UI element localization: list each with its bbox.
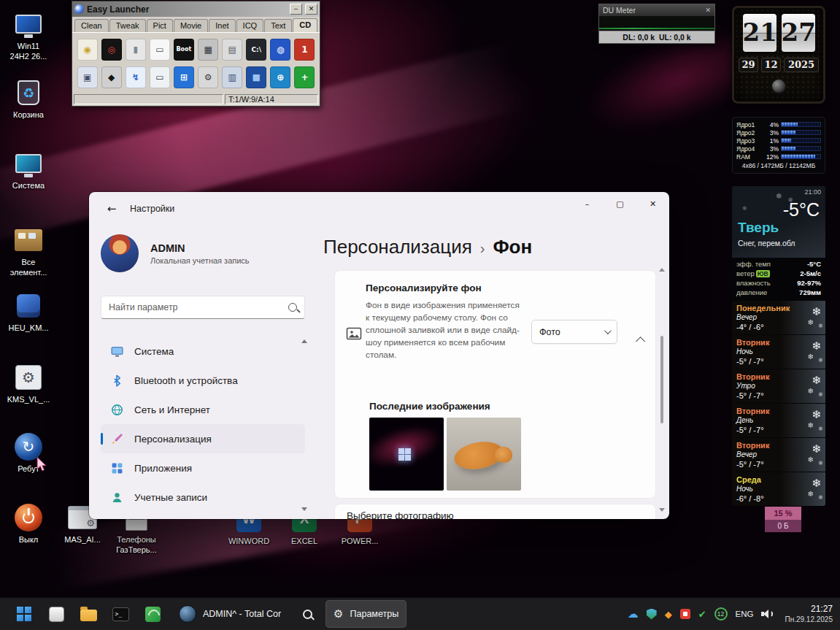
sidebar-item-accounts[interactable]: Учетные записи (101, 483, 305, 512)
du-meter-graph (599, 16, 714, 31)
launcher-tab-text[interactable]: Text (264, 19, 292, 32)
snowflake-icon (776, 192, 782, 200)
launcher-icon[interactable]: ◆ (101, 66, 122, 88)
launcher-icon[interactable]: ⊞ (174, 66, 194, 88)
sidebar-item-personalization[interactable]: Персонализация (101, 424, 305, 453)
desktop-icon-win11[interactable]: Win11 24H2 26... (3, 9, 54, 62)
launcher-icon[interactable]: ▤ (222, 39, 242, 61)
reboot-icon: ↻ (3, 431, 54, 462)
launcher-icon[interactable]: ⊕ (270, 66, 290, 88)
desktop-icon-kms-vl[interactable]: ⚙ KMS_VL_... (3, 362, 54, 405)
breadcrumb-parent[interactable]: Персонализация (323, 236, 472, 258)
launcher-tab-cd[interactable]: CD (293, 18, 317, 32)
snowflake-icon (742, 205, 747, 212)
taskbar-window-total-commander[interactable]: ADMIN^ - Total Cor (171, 600, 289, 628)
launcher-icon[interactable]: C:\ (246, 39, 266, 61)
clock-hours: 21 (743, 14, 777, 52)
nav-scroll-down-icon[interactable] (301, 507, 307, 511)
launcher-icon[interactable]: ▭ (150, 66, 170, 88)
desktop-icon-system[interactable]: Система (3, 148, 54, 191)
blue-cube-icon (3, 291, 54, 321)
launcher-tab-icq[interactable]: ICQ (236, 19, 264, 32)
desktop-icon-reboot[interactable]: ↻ Ребут (3, 431, 54, 475)
launcher-tab-clean[interactable]: Clean (74, 19, 109, 32)
terminal-icon (112, 607, 129, 621)
chevron-up-icon[interactable] (636, 337, 645, 346)
scrollbar-thumb[interactable] (660, 336, 663, 423)
close-icon[interactable]: ✕ (705, 7, 711, 14)
launcher-icon[interactable]: ◎ (101, 39, 122, 61)
desktop-icon-recycle-bin[interactable]: ♻ Корзина (3, 77, 54, 120)
launcher-icon[interactable]: ▥ (222, 66, 242, 88)
taskbar-window-settings[interactable]: ⚙ Параметры (325, 600, 406, 628)
sidebar-item-bluetooth[interactable]: Bluetooth и устройства (101, 366, 305, 395)
launcher-icon[interactable]: 1 (294, 39, 315, 61)
recent-image-cat[interactable] (447, 418, 521, 491)
red-tray-icon[interactable] (680, 609, 690, 619)
green-app-button[interactable] (139, 600, 166, 628)
launcher-icon[interactable]: + (294, 66, 315, 88)
scroll-down-icon[interactable] (659, 508, 665, 512)
weather-temperature: -5°C (783, 199, 820, 220)
search-box[interactable] (101, 296, 305, 319)
cloud-icon[interactable]: ☁ (628, 609, 639, 620)
shield-icon[interactable] (647, 609, 657, 620)
file-explorer-button[interactable] (74, 600, 102, 628)
taskbar-clock[interactable]: 21:27 Пн.29.12.2025 (782, 604, 833, 625)
launcher-icon[interactable]: ◉ (77, 39, 98, 61)
launcher-tab-pict[interactable]: Pict (147, 19, 173, 32)
sidebar-item-system[interactable]: Система (101, 337, 305, 366)
background-type-dropdown[interactable]: Фото (531, 320, 617, 344)
start-button[interactable] (10, 600, 38, 628)
window-title: Настройки (130, 204, 174, 214)
search-button[interactable] (293, 600, 321, 628)
launcher-icon[interactable]: Boot (174, 39, 194, 61)
launcher-icon[interactable]: ■ (246, 66, 266, 88)
scroll-up-icon[interactable] (659, 268, 665, 272)
weather-detail-row: ветер ЮВ 2-5м/с (736, 269, 821, 278)
account-header[interactable]: ADMIN Локальная учетная запись (101, 234, 250, 272)
du-meter-widget: DU Meter ✕ DL: 0,0 k UL: 0,0 k (598, 4, 715, 44)
sidebar-item-apps[interactable]: Приложения (101, 453, 305, 483)
clock-year: 2025 (784, 58, 819, 72)
nav-scroll-up-icon[interactable] (301, 339, 307, 343)
weather-city[interactable]: Тверь (738, 220, 779, 236)
desktop-icon-all-items[interactable]: Все элемент... (3, 225, 54, 278)
snowflake-icon (812, 442, 821, 456)
diamond-icon[interactable]: ◆ (665, 610, 672, 619)
terminal-button[interactable] (107, 600, 134, 628)
minimize-button[interactable]: – (290, 4, 302, 15)
desktop-icon-heu-km[interactable]: HEU_KM... (3, 291, 54, 334)
launcher-tab-inet[interactable]: Inet (209, 19, 235, 32)
volume-icon[interactable] (761, 609, 774, 619)
recent-image-wallpaper[interactable] (369, 418, 444, 491)
close-button[interactable]: ✕ (305, 4, 317, 15)
launcher-icon[interactable]: ▣ (77, 66, 98, 88)
choose-photo-card[interactable]: Выберите фотографию (334, 504, 656, 519)
launcher-tab-tweak[interactable]: Tweak (109, 19, 146, 32)
language-indicator[interactable]: ENG (736, 610, 754, 618)
personalize-background-card: Персонализируйте фон Фон в виде изображе… (334, 270, 656, 499)
desktop-icon-label: Корзина (3, 110, 54, 120)
launcher-icon[interactable]: ▭ (150, 39, 170, 61)
sidebar-item-network[interactable]: Сеть и Интернет (101, 395, 305, 424)
checkmark-icon[interactable]: ✔ (698, 610, 706, 619)
weather-condition: Снег, перем.обл (738, 239, 795, 247)
taskbar-white-app-button[interactable] (42, 600, 70, 628)
minimize-button[interactable]: – (571, 192, 604, 216)
du-meter-titlebar: DU Meter ✕ (599, 4, 714, 16)
back-button[interactable]: ← (101, 199, 123, 218)
launcher-tab-movie[interactable]: Movie (174, 19, 208, 32)
launcher-icon[interactable]: ↯ (126, 66, 146, 88)
launcher-icon[interactable]: ▮ (126, 39, 146, 61)
launcher-icon[interactable]: ▦ (198, 39, 218, 61)
close-button[interactable]: ✕ (636, 192, 669, 216)
desktop-icon-shutdown[interactable]: Выкл (3, 502, 54, 545)
maximize-button[interactable]: ▢ (604, 192, 636, 216)
launcher-icon[interactable]: ◍ (270, 39, 290, 61)
launcher-icon[interactable]: ⚙ (198, 66, 218, 88)
snowflake-icon (812, 305, 821, 318)
search-input[interactable] (109, 302, 288, 312)
tray-badge[interactable]: 12 (714, 607, 728, 621)
forecast-row: Вторник День -5° / -7° (732, 404, 825, 437)
